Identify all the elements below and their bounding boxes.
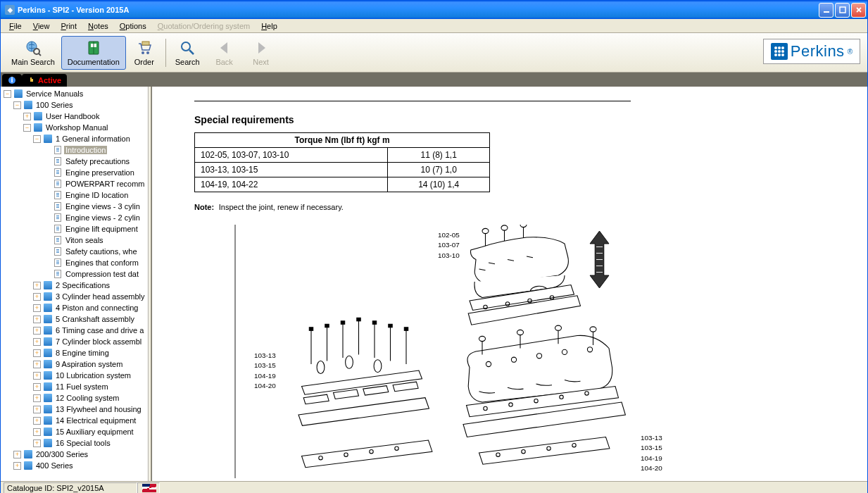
content-area: Service Manuals100 SeriesUser HandbookWo… — [1, 87, 867, 481]
tree-node[interactable]: 400 Series — [1, 460, 148, 471]
tree-node[interactable]: 3 Cylinder head assembly — [1, 291, 148, 302]
tree-node[interactable]: 11 Fuel system — [1, 381, 148, 392]
tree-node[interactable]: 6 Timing case and drive a — [1, 325, 148, 336]
expand-icon[interactable] — [33, 417, 41, 425]
document-viewer[interactable]: Special requirements Torque Nm (lbf ft) … — [151, 87, 867, 481]
collapse-icon[interactable] — [23, 124, 31, 132]
tree-node[interactable]: Service Manuals — [1, 88, 148, 99]
toolbar-documentation[interactable]: Documentation — [61, 36, 126, 70]
tree-node[interactable]: 7 Cylinder block assembl — [1, 336, 148, 347]
info-icon: i — [8, 76, 16, 85]
expand-icon[interactable] — [33, 383, 41, 391]
tree-label: POWERPART recomm — [64, 180, 146, 188]
tree-node[interactable]: POWERPART recomm — [1, 178, 148, 189]
maximize-button[interactable] — [835, 3, 850, 18]
expand-icon[interactable] — [33, 372, 41, 380]
menu-help[interactable]: Help — [256, 20, 283, 32]
tree-node[interactable]: Engine lift equipment — [1, 223, 148, 235]
expand-icon[interactable] — [33, 282, 41, 289]
tree-node[interactable]: User Handbook — [1, 111, 148, 122]
menu-file[interactable]: File — [4, 20, 27, 32]
tree-node[interactable]: 2 Specifications — [1, 280, 148, 291]
tree-node[interactable]: 5 Crankshaft assembly — [1, 313, 148, 325]
expand-icon[interactable] — [33, 349, 41, 357]
statusbar: Catalogue ID: SPI2_v2015A — [1, 481, 867, 493]
tree-node[interactable]: 13 Flywheel and housing — [1, 404, 148, 415]
status-flag[interactable] — [137, 482, 160, 494]
tree-node[interactable]: Safety cautions, whe — [1, 246, 148, 257]
expand-icon[interactable] — [13, 462, 21, 470]
book-icon — [43, 348, 53, 358]
tree-label: 12 Cooling system — [54, 394, 121, 402]
expand-icon[interactable] — [33, 327, 41, 335]
tree-node[interactable]: 10 Lubrication system — [1, 370, 148, 381]
tree-node[interactable]: 4 Piston and connecting — [1, 302, 148, 313]
tree-node[interactable]: 9 Aspiration system — [1, 358, 148, 370]
tree-node[interactable]: Compression test dat — [1, 268, 148, 280]
toolbar-search[interactable]: Search — [169, 36, 206, 70]
collapse-icon[interactable] — [33, 135, 41, 143]
svg-rect-53 — [404, 327, 408, 331]
callout: 103-15 — [641, 444, 662, 451]
expand-icon[interactable] — [33, 394, 41, 402]
svg-line-12 — [189, 50, 194, 54]
tree-label: Engines that conform — [64, 258, 140, 267]
expand-icon[interactable] — [33, 304, 41, 312]
collapse-icon[interactable] — [4, 90, 11, 98]
svg-point-9 — [146, 51, 149, 54]
expand-icon[interactable] — [33, 361, 41, 368]
tree-node[interactable]: 200/300 Series — [1, 449, 148, 460]
menu-print[interactable]: Print — [55, 20, 82, 32]
menu-view[interactable]: View — [27, 20, 56, 32]
tab-active[interactable]: Active — [22, 74, 67, 87]
menu-quotationorderingsystem: Quotation/Ordering system — [152, 20, 256, 32]
tree-node[interactable]: 1 General information — [1, 133, 148, 144]
callout: 102-05 — [438, 231, 460, 239]
tree-node[interactable]: Safety precautions — [1, 156, 148, 167]
tree-node[interactable]: Introduction — [1, 144, 148, 156]
tree-node[interactable]: Engine preservation — [1, 167, 148, 178]
tab-active-label: Active — [38, 76, 61, 85]
tree-node[interactable]: Engine views - 3 cylin — [1, 201, 148, 212]
expand-icon[interactable] — [33, 428, 41, 436]
document-icon — [53, 269, 63, 279]
tree-node[interactable]: 14 Electrical equipment — [1, 415, 148, 426]
toolbar-order[interactable]: Order — [126, 36, 163, 70]
expand-icon[interactable] — [13, 451, 21, 458]
tree-node[interactable]: Engine views - 2 cylin — [1, 212, 148, 223]
expand-icon[interactable] — [23, 113, 31, 120]
tree-node[interactable]: 15 Auxiliary equipment — [1, 426, 148, 437]
document-icon — [53, 168, 63, 177]
expand-icon[interactable] — [33, 439, 41, 447]
toolbar-main-search[interactable]: Main Search — [5, 36, 61, 70]
tree-label: 6 Timing case and drive a — [54, 326, 145, 335]
expand-icon[interactable] — [33, 338, 41, 346]
tree-node[interactable]: Engines that conform — [1, 257, 148, 268]
tree-label: 8 Engine timing — [54, 349, 111, 357]
tree-node[interactable]: 8 Engine timing — [1, 347, 148, 358]
callout: 103-10 — [438, 251, 460, 259]
tree-panel[interactable]: Service Manuals100 SeriesUser HandbookWo… — [1, 87, 149, 481]
svg-point-73 — [590, 327, 596, 332]
minimize-button[interactable] — [819, 3, 834, 18]
tree-node[interactable]: Viton seals — [1, 235, 148, 246]
collapse-icon[interactable] — [13, 101, 21, 109]
tree-node[interactable]: Workshop Manual — [1, 122, 148, 133]
titlebar: ◆ Perkins - SPI2 - Version 2015A — [1, 1, 867, 19]
svg-rect-47 — [357, 318, 360, 321]
torque-table: Torque Nm (lbf ft) kgf m 102-05, 103-07,… — [194, 132, 490, 192]
menu-notes[interactable]: Notes — [82, 20, 114, 32]
tree-node[interactable]: 12 Cooling system — [1, 392, 148, 404]
tree-node[interactable]: Engine ID location — [1, 189, 148, 201]
tree-node[interactable]: 16 Special tools — [1, 437, 148, 449]
tab-info[interactable]: i — [2, 74, 22, 87]
menu-options[interactable]: Options — [114, 20, 152, 32]
expand-icon[interactable] — [33, 293, 41, 301]
close-button[interactable] — [851, 3, 866, 18]
book-icon — [43, 314, 53, 324]
svg-point-33 — [520, 225, 527, 227]
book-icon — [43, 134, 53, 144]
tree-node[interactable]: 100 Series — [1, 99, 148, 111]
expand-icon[interactable] — [33, 406, 41, 413]
expand-icon[interactable] — [33, 316, 41, 323]
